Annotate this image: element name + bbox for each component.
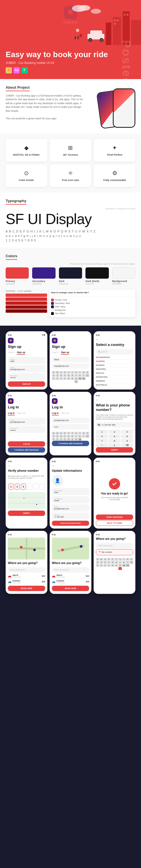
sketch-row-3: Dark / Navy	[51, 305, 134, 308]
book-btn1[interactable]: BOOK NOW	[8, 586, 45, 591]
hero-badges: S Xd F	[6, 67, 135, 73]
palette-color-1	[6, 293, 47, 297]
signup-tab2[interactable]: Sign up	[61, 351, 69, 354]
keyboard2: Q W E R T Y U I O P A S D F G H J	[52, 432, 89, 441]
signup-tab[interactable]: Sign up	[17, 351, 25, 354]
verify-title: Verify phone number	[8, 469, 45, 472]
signup-btn[interactable]: SIGN UP	[8, 381, 45, 387]
screen-success: 9:41 You are ready to go! Your account h…	[94, 458, 135, 528]
success-content: You are ready to go! Your account has be…	[96, 464, 133, 514]
ride-option-2[interactable]: 🚙 Comfort 5 min away $18	[8, 579, 45, 585]
about-title: About Project	[6, 85, 30, 91]
phone-back[interactable]: ←	[96, 398, 133, 401]
xd-badge: Xd	[13, 67, 20, 73]
verify-phone-btn[interactable]: VERIFY	[96, 447, 133, 453]
screen-logo3	[8, 398, 13, 404]
start-booking-btn[interactable]: START BOOKING	[96, 515, 133, 520]
facebook-btn[interactable]: f Continue with Facebook	[8, 447, 45, 453]
login-tab2[interactable]: Log in	[52, 351, 59, 354]
select-country-title: Select a country	[96, 343, 133, 347]
otp-input: 1 2 3	[8, 484, 45, 490]
verify-subtitle: We have sent a code to +1 (234) 567 890 …	[8, 475, 45, 479]
phone-input[interactable]: 🇺🇸 +1 234 567 890	[96, 422, 133, 428]
typography-title: Typography	[6, 199, 26, 205]
sketch-dot-red	[51, 299, 54, 302]
dark2-hex: #111111	[85, 283, 109, 285]
ride-option-3[interactable]: 🚗 UberX 2 min away $12	[52, 573, 89, 579]
screen-map3: 9:41 Where are you going? Enter destinat…	[94, 531, 135, 594]
success-circle	[109, 478, 120, 490]
back-arrow[interactable]: ←	[96, 338, 133, 341]
update-back[interactable]: ←	[52, 464, 89, 467]
signup1-title: Sign up	[8, 344, 45, 349]
screen-logo	[8, 338, 13, 343]
success-text: You are ready to go!	[101, 492, 128, 495]
verify-btn[interactable]: VERIFY	[8, 510, 45, 516]
screen-update: 9:41 ← Update informations 👤 First Name …	[50, 458, 91, 528]
screens-icon: ⊞	[68, 144, 73, 151]
feature-screens: ⊞ 40+ Screens	[50, 139, 91, 161]
screens-row-3: 9:41 ← Verify phone number We have sent …	[6, 458, 135, 528]
ride-option-1[interactable]: 🚗 UberX 2 min away $12	[8, 573, 45, 579]
symbol-palette: Symbols - Core palette	[6, 290, 47, 317]
dark2-name: Dark (Dark)	[85, 280, 109, 283]
features-grid: ◆ SKETCH, XD & FIGMA ⊞ 40+ Screens ✦ Pix…	[6, 139, 135, 187]
verify-back[interactable]: ←	[8, 464, 45, 467]
signup-tab3[interactable]: Sign up	[17, 412, 25, 415]
primary-color-box	[6, 268, 29, 279]
map1-title: Where are you going?	[8, 561, 45, 565]
sketch-dot-bg	[51, 309, 54, 312]
destination-input3[interactable]: Enter destination	[96, 543, 133, 548]
secondary-name: Secondary	[32, 280, 55, 283]
back-home-btn[interactable]: BACK TO HOME	[96, 520, 133, 526]
sketch-dot-dark	[51, 305, 54, 308]
avatar: 👤	[52, 475, 63, 486]
number-set: 1 2 3 4 5 6 7 8 9 0	[6, 239, 135, 242]
bg-hex: #F5F5F5	[112, 283, 135, 285]
sketch-row-5: Text / Black	[51, 312, 134, 315]
screen-login1: 9:41 Log in Log in Sign up Email john@em…	[6, 392, 47, 455]
symbols-palette-row: Symbols - Core palette How to change col…	[6, 290, 135, 317]
signup-tab4[interactable]: Sign up	[61, 412, 69, 415]
svg-point-37	[61, 549, 64, 551]
login-tab4[interactable]: Log in	[52, 412, 59, 415]
login-tab3[interactable]: Log in	[8, 412, 15, 415]
secondary-color-box	[32, 268, 55, 279]
destination-input1[interactable]: Enter destination	[8, 567, 45, 572]
login-tab[interactable]: Log in	[8, 351, 15, 354]
map3-title: Where are you going?	[96, 537, 133, 541]
phone-field: Phone +1 234 567	[52, 513, 89, 520]
keyboard3: Q W E R T Y U I O P A S D F G H J	[96, 558, 133, 570]
dark-hex: #1A1A2E	[59, 283, 82, 285]
dark2-color-box	[85, 268, 109, 279]
book-btn2[interactable]: BOOK NOW	[52, 586, 89, 591]
bottom-padding	[6, 594, 135, 599]
hero-title: Easy way to book your ride	[6, 50, 135, 59]
screen-signup1: 9:41 Sign up Log in Sign up Name John	[6, 331, 47, 390]
sketch-how-to: How to change color in sketch file?	[51, 291, 134, 294]
figma-badge: F	[22, 67, 28, 73]
country-search[interactable]: 🔍 Search	[96, 349, 133, 354]
sketch-row-2: Secondary / Blue	[51, 302, 134, 305]
login-pass2: ••••••	[52, 424, 89, 430]
icons-label: Free Icon sets	[62, 179, 79, 182]
login1-title: Log in	[8, 405, 45, 409]
password-field: Password ••••••••	[8, 373, 45, 380]
row-spacer-3	[6, 529, 135, 531]
palette-color-2	[6, 298, 47, 301]
color-swatches: Primary #E84040 Secondary #3A1F8A Dark #…	[6, 268, 135, 285]
palette-title: Symbols - Core palette	[6, 290, 47, 292]
current-location[interactable]: 📍 My Location	[96, 549, 133, 555]
ride-option-4[interactable]: 🚙 Comfort 5 min away $18	[52, 579, 89, 585]
update-btn[interactable]: UPDATE INFORMATIONS	[52, 521, 89, 526]
email-field: Email john@email.com	[8, 365, 45, 372]
svg-point-33	[33, 549, 36, 551]
screen-logo4	[52, 398, 58, 404]
destination-input2[interactable]: Enter destination	[52, 567, 89, 572]
color-icon: ⊙	[24, 170, 29, 177]
fb-btn2[interactable]: f Continue with Facebook	[52, 441, 89, 446]
screens-section: 9:41 Sign up Log in Sign up Name John	[0, 326, 141, 605]
secondary-swatch: Secondary #3A1F8A	[32, 268, 55, 285]
login-btn[interactable]: LOG IN	[8, 441, 45, 447]
svg-rect-8	[114, 23, 116, 25]
